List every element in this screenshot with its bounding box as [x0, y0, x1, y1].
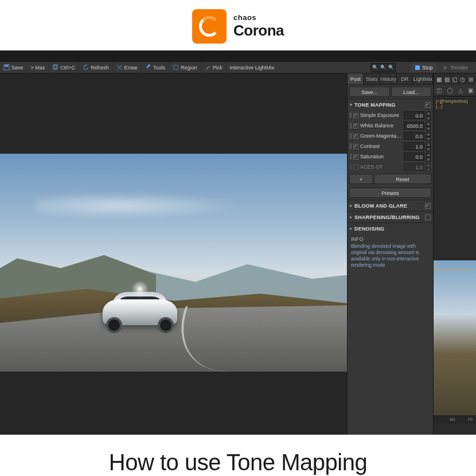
- section-denoising[interactable]: ▸ DENOISING: [348, 223, 433, 234]
- tab-history[interactable]: History: [380, 73, 397, 84]
- drag-handle-icon[interactable]: [350, 133, 352, 139]
- zoom-controls: 🔍 🔍 🔍: [370, 63, 396, 72]
- refresh-button[interactable]: Refresh: [79, 62, 113, 73]
- spinner[interactable]: ▲▼: [426, 142, 431, 150]
- section-bloom-glare[interactable]: ▸ BLOOM AND GLARE: [348, 200, 433, 211]
- app-window: Save > Max Ctrl+C Refresh Erase Tools: [0, 50, 476, 435]
- prop-value-input[interactable]: 6500.0: [404, 122, 424, 130]
- copy-label: Ctrl+C: [60, 65, 75, 71]
- tab-stats[interactable]: Stats: [364, 73, 380, 84]
- prop-checkbox[interactable]: [353, 154, 358, 159]
- caret-down-icon: ▾: [350, 102, 354, 107]
- prop-checkbox[interactable]: [353, 123, 358, 128]
- info-text: Blending denoised image with original vi…: [351, 243, 430, 268]
- caret-right-icon: ▸: [350, 226, 354, 231]
- panel-icon[interactable]: ▦: [436, 75, 442, 83]
- prop-label: White Balance: [360, 123, 402, 128]
- to-max-label: > Max: [31, 65, 45, 71]
- drag-handle-icon[interactable]: [350, 112, 352, 118]
- panel-load-button[interactable]: Load...: [391, 87, 432, 97]
- erase-button[interactable]: Erase: [113, 62, 142, 73]
- prop-green-magenta: Green-Magenta Ti... 0.0 ▲▼: [348, 131, 433, 141]
- region-button[interactable]: Region: [169, 62, 201, 73]
- render-button[interactable]: Render: [439, 63, 473, 73]
- sphere-icon[interactable]: ◯: [447, 87, 453, 93]
- tab-dr[interactable]: DR: [397, 73, 413, 84]
- zoom-button[interactable]: 🔍: [379, 64, 387, 72]
- panel-save-button[interactable]: Save...: [349, 87, 390, 97]
- ruler-tick: 70: [467, 417, 473, 422]
- save-label: Save: [11, 65, 24, 71]
- page-title: How to use Tone Mapping: [0, 435, 476, 476]
- prop-value-input[interactable]: 0.0: [404, 111, 424, 119]
- zoom-in-button[interactable]: 🔍: [387, 64, 395, 72]
- render-viewport: [0, 73, 347, 435]
- logo-brand-main: Corona: [233, 22, 284, 40]
- tools-button[interactable]: Tools: [142, 62, 169, 73]
- prop-checkbox[interactable]: [353, 144, 358, 149]
- refresh-label: Refresh: [91, 65, 109, 71]
- prop-value-input[interactable]: 1.0: [404, 163, 424, 171]
- bloom-toggle[interactable]: [425, 203, 431, 209]
- prop-checkbox[interactable]: [353, 134, 358, 139]
- section-label: SHARPENING/BLURRING: [354, 214, 425, 220]
- grid-icon[interactable]: ▤: [444, 75, 450, 83]
- info-block: INFO Blending denoised image with origin…: [348, 234, 433, 271]
- graph-icon[interactable]: ⊞: [467, 75, 474, 83]
- render-label: Render: [451, 65, 468, 71]
- caret-right-icon: ▸: [350, 203, 354, 208]
- interactive-lightmix-button[interactable]: Interactive LightMix: [227, 62, 278, 73]
- spinner[interactable]: ▲▼: [426, 132, 431, 140]
- curve-icon[interactable]: ◷: [459, 75, 466, 83]
- perspective-sidebar: ▦ ▤ ◱ ◷ ⊞ ◫ ◯ △ ▣ [+][Perspective][...] …: [433, 73, 476, 435]
- zoom-out-button[interactable]: 🔍: [371, 64, 379, 72]
- render-image: [0, 154, 347, 372]
- drag-handle-icon[interactable]: [350, 143, 352, 149]
- prop-contrast: Contrast 1.0 ▲▼: [348, 141, 433, 151]
- triangle-icon[interactable]: △: [458, 87, 463, 93]
- svg-rect-3: [54, 64, 58, 68]
- to-max-button[interactable]: > Max: [28, 62, 49, 73]
- reset-button[interactable]: Reset: [374, 174, 431, 184]
- spinner[interactable]: ▲▼: [426, 153, 431, 161]
- corona-logo-icon: [192, 9, 227, 44]
- prop-label: Contrast: [360, 143, 402, 149]
- prop-value-input[interactable]: 0.0: [404, 132, 424, 140]
- interactive-lightmix-label: Interactive LightMix: [230, 65, 275, 71]
- sharpening-toggle[interactable]: [425, 214, 431, 220]
- save-button[interactable]: Save: [0, 62, 28, 73]
- section-label: BLOOM AND GLARE: [354, 203, 425, 209]
- add-operator-button[interactable]: +: [349, 174, 373, 184]
- pick-button[interactable]: Pick: [201, 62, 227, 73]
- camera-thumbnail[interactable]: [+][CoronaCamera...]: [434, 260, 476, 415]
- prop-value-input[interactable]: 0.0: [404, 153, 424, 161]
- presets-button[interactable]: Presets: [349, 188, 431, 198]
- stop-button[interactable]: Stop: [411, 63, 438, 73]
- refresh-icon: [83, 64, 89, 71]
- drag-handle-icon[interactable]: [350, 164, 352, 170]
- section-tone-mapping[interactable]: ▾ TONE MAPPING: [348, 99, 433, 110]
- tone-mapping-toggle[interactable]: [425, 102, 431, 108]
- drag-handle-icon[interactable]: [350, 154, 352, 159]
- tab-post[interactable]: Post: [348, 73, 364, 84]
- erase-label: Erase: [124, 65, 138, 71]
- stop-label: Stop: [422, 65, 433, 71]
- drag-handle-icon[interactable]: [350, 123, 352, 128]
- tab-lightmix[interactable]: LightMix: [413, 73, 433, 84]
- layers-icon[interactable]: ◱: [452, 75, 458, 83]
- section-sharpening[interactable]: ▸ SHARPENING/BLURRING: [348, 211, 433, 223]
- spinner[interactable]: ▲▼: [426, 111, 431, 119]
- spinner[interactable]: ▲▼: [426, 163, 431, 171]
- right-iconbar: ▦ ▤ ◱ ◷ ⊞: [434, 73, 476, 85]
- info-title: INFO: [351, 236, 430, 242]
- prop-checkbox[interactable]: [353, 113, 358, 118]
- copy-icon: [52, 64, 58, 71]
- material-icon[interactable]: ▣: [468, 87, 473, 93]
- spinner[interactable]: ▲▼: [426, 122, 431, 130]
- prop-simple-exposure: Simple Exposure 0.0 ▲▼: [348, 110, 433, 120]
- cube-icon[interactable]: ◫: [436, 87, 442, 93]
- prop-checkbox[interactable]: [353, 165, 358, 170]
- timeline-ruler[interactable]: 60 70: [434, 415, 476, 423]
- copy-button[interactable]: Ctrl+C: [49, 62, 79, 73]
- prop-value-input[interactable]: 1.0: [404, 142, 424, 150]
